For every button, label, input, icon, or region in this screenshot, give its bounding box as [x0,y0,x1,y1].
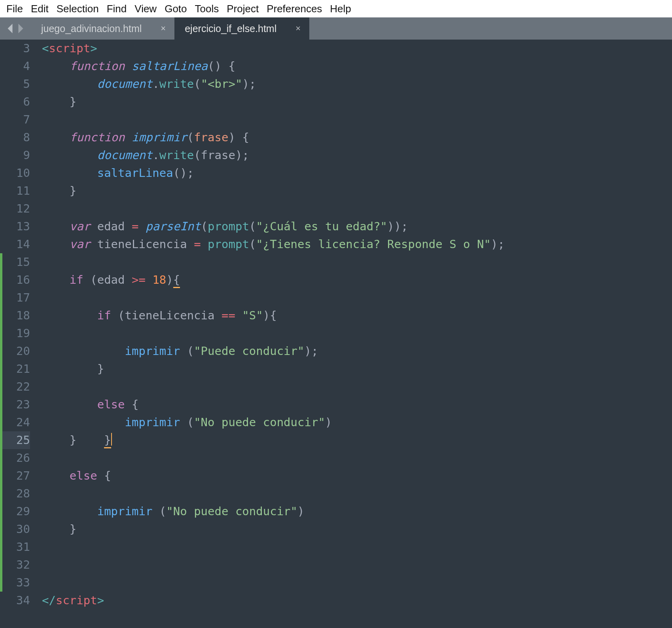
menu-preferences[interactable]: Preferences [263,2,326,16]
line-number: 15 [0,253,30,271]
line-number: 25 [0,431,30,449]
nav-forward-icon[interactable] [17,24,24,33]
line-number: 19 [0,324,30,342]
line-number: 33 [0,574,30,592]
menu-bar: FileEditSelectionFindViewGotoToolsProjec… [0,0,672,17]
nav-back-icon[interactable] [7,24,14,33]
code-line[interactable]: } } [42,431,672,449]
code-line[interactable]: function imprimir(frase) { [42,129,672,146]
line-number: 34 [0,592,30,609]
close-icon[interactable]: × [295,24,301,33]
menu-selection[interactable]: Selection [53,2,103,16]
code-line[interactable] [42,574,672,592]
tab-ejercicio_if_else-html[interactable]: ejercicio_if_else.html× [174,17,309,40]
line-number: 4 [0,57,30,75]
line-number: 3 [0,40,30,57]
line-number: 28 [0,485,30,503]
tab-label: juego_adivinacion.html [41,23,142,34]
code-line[interactable]: else { [42,467,672,485]
code-line[interactable]: document.write("<br>"); [42,75,672,93]
line-number: 29 [0,503,30,520]
menu-project[interactable]: Project [223,2,263,16]
close-icon[interactable]: × [161,24,166,33]
menu-goto[interactable]: Goto [161,2,191,16]
text-caret [111,433,112,446]
menu-help[interactable]: Help [326,2,355,16]
menu-tools[interactable]: Tools [191,2,223,16]
code-line[interactable]: } [42,182,672,200]
line-number: 10 [0,164,30,182]
code-line[interactable] [42,485,672,503]
code-line[interactable]: } [42,360,672,378]
menu-file[interactable]: File [2,2,27,16]
code-content[interactable]: <script> function saltarLinea() { docume… [37,40,672,628]
menu-find[interactable]: Find [103,2,131,16]
line-number-gutter: 3456789101112131415161718192021222324252… [0,40,37,628]
code-line[interactable]: <script> [42,40,672,57]
modified-indicator [0,253,2,592]
line-number: 18 [0,307,30,324]
line-number: 26 [0,449,30,467]
line-number: 11 [0,182,30,200]
line-number: 16 [0,271,30,289]
code-line[interactable]: if (edad >= 18){ [42,271,672,289]
line-number: 32 [0,556,30,574]
editor-area[interactable]: 3456789101112131415161718192021222324252… [0,40,672,628]
code-line[interactable]: var edad = parseInt(prompt("¿Cuál es tu … [42,218,672,235]
line-number: 24 [0,414,30,431]
code-line[interactable]: document.write(frase); [42,146,672,164]
menu-edit[interactable]: Edit [27,2,53,16]
line-number: 9 [0,146,30,164]
code-line[interactable]: </script> [42,592,672,609]
line-number: 23 [0,396,30,414]
code-line[interactable] [42,200,672,218]
line-number: 27 [0,467,30,485]
line-number: 17 [0,289,30,307]
code-line[interactable] [42,111,672,129]
line-number: 6 [0,93,30,111]
code-line[interactable]: } [42,520,672,538]
line-number: 7 [0,111,30,129]
code-line[interactable]: imprimir ("Puede conducir"); [42,342,672,360]
code-line[interactable]: imprimir ("No puede conducir") [42,503,672,520]
code-line[interactable] [42,556,672,574]
menu-view[interactable]: View [131,2,161,16]
code-line[interactable]: } [42,93,672,111]
tab-history-nav[interactable] [0,17,31,40]
code-line[interactable]: imprimir ("No puede conducir") [42,414,672,431]
code-line[interactable]: function saltarLinea() { [42,57,672,75]
code-line[interactable]: if (tieneLicencia == "S"){ [42,307,672,324]
code-line[interactable] [42,289,672,307]
code-line[interactable] [42,324,672,342]
tab-strip: juego_adivinacion.html×ejercicio_if_else… [0,17,672,40]
line-number: 13 [0,218,30,235]
line-number: 12 [0,200,30,218]
line-number: 30 [0,520,30,538]
code-line[interactable] [42,538,672,556]
line-number: 22 [0,378,30,396]
code-line[interactable] [42,253,672,271]
line-number: 31 [0,538,30,556]
line-number: 8 [0,129,30,146]
line-number: 14 [0,235,30,253]
tab-juego_adivinacion-html[interactable]: juego_adivinacion.html× [31,17,174,40]
code-line[interactable]: var tieneLicencia = prompt("¿Tienes lice… [42,235,672,253]
line-number: 21 [0,360,30,378]
line-number: 20 [0,342,30,360]
code-line[interactable]: saltarLinea(); [42,164,672,182]
code-line[interactable] [42,449,672,467]
code-line[interactable]: else { [42,396,672,414]
tab-label: ejercicio_if_else.html [185,23,276,34]
line-number: 5 [0,75,30,93]
code-line[interactable] [42,378,672,396]
